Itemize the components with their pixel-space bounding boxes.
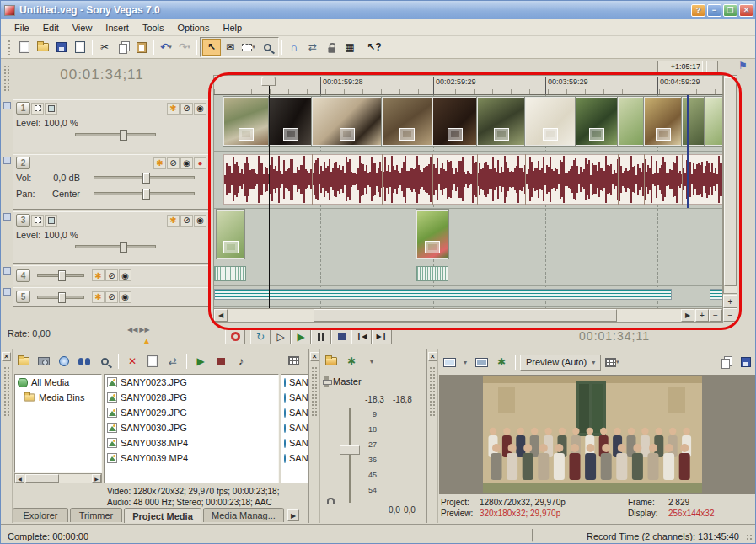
bus-envelope-strip[interactable] xyxy=(214,289,672,300)
media-side-list[interactable]: SAN SAN SAN SAN SAN SAN xyxy=(281,374,308,483)
resize-grip[interactable] xyxy=(746,534,753,541)
pan-crop-icon[interactable] xyxy=(494,128,509,141)
zoom-in-time-button[interactable]: + xyxy=(695,309,709,322)
pane-close-button[interactable]: ✕ xyxy=(428,352,437,361)
playhead-line[interactable] xyxy=(269,95,270,308)
track3-header[interactable]: 3 ✱ ⊘ ◉ Level: 100,0 % xyxy=(13,211,210,264)
tree-item-media-bins[interactable]: Media Bins xyxy=(15,390,101,405)
zoom-out-track-height-button[interactable]: − xyxy=(723,308,737,322)
maximize-button[interactable]: ❐ xyxy=(723,4,737,17)
menu-tools[interactable]: Tools xyxy=(136,21,171,35)
menu-edit[interactable]: Edit xyxy=(36,21,66,35)
lock-envelopes-button[interactable] xyxy=(322,39,340,56)
timeline-tracks-area[interactable] xyxy=(213,95,723,308)
import-media-button[interactable] xyxy=(14,353,33,370)
close-button[interactable]: ✕ xyxy=(739,4,753,17)
new-project-button[interactable] xyxy=(15,39,34,56)
media-file-list[interactable]: SANY0023.JPG SANY0028.JPG SANY0029.JPG S… xyxy=(104,374,279,483)
track2-vol-slider[interactable] xyxy=(94,176,195,179)
track5-level-thumb[interactable] xyxy=(58,292,66,303)
track3-level-slider[interactable] xyxy=(75,245,156,248)
list-item[interactable]: SAN xyxy=(281,390,308,405)
video-event[interactable] xyxy=(432,97,477,146)
tree-scroll-right-button[interactable]: ▶ xyxy=(92,474,101,483)
tab-explorer[interactable]: Explorer xyxy=(13,508,68,522)
play-button[interactable]: ▶ xyxy=(291,328,311,344)
title-bar[interactable]: Untitled.veg - Sony Vegas 7.0 ? − ❐ ✕ xyxy=(1,1,756,19)
get-media-from-web-button[interactable] xyxy=(55,353,73,370)
list-item[interactable]: SAN xyxy=(281,451,308,466)
media-bins-tree[interactable]: All Media Media Bins xyxy=(14,374,102,473)
time-ruler[interactable]: 00:01:59:28 00:02:59:29 00:03:59:29 00:0… xyxy=(213,75,723,95)
pan-crop-icon[interactable] xyxy=(543,128,558,141)
track2-pan-slider[interactable] xyxy=(94,192,195,195)
loop-playback-button[interactable]: ↻ xyxy=(250,328,271,344)
project-properties-button[interactable] xyxy=(440,354,458,371)
preview-quality-dropdown[interactable]: Preview (Auto) ▾ xyxy=(520,355,601,371)
preview-device-dropdown[interactable]: ▾ xyxy=(460,354,470,371)
video-event[interactable] xyxy=(217,210,244,259)
list-item[interactable]: SAN xyxy=(281,435,308,451)
record-button[interactable] xyxy=(225,328,245,344)
track1-fx-button[interactable]: ✱ xyxy=(167,103,180,115)
hscroll-thumb[interactable] xyxy=(314,309,617,322)
pan-crop-icon[interactable] xyxy=(399,128,415,141)
rate-fwd-icon[interactable]: ▶▶ xyxy=(139,326,149,333)
pan-crop-icon[interactable] xyxy=(425,241,440,253)
menu-file[interactable]: File xyxy=(8,21,36,35)
track3-bypass-motion-blur-button[interactable] xyxy=(31,215,44,227)
track1-mute-button[interactable]: ⊘ xyxy=(180,103,193,115)
track5-fx-button[interactable]: ✱ xyxy=(92,291,105,303)
menu-insert[interactable]: Insert xyxy=(99,21,136,35)
track2-mute-button[interactable]: ⊘ xyxy=(167,157,180,169)
track2-vol-thumb[interactable] xyxy=(142,173,150,184)
track4-level-thumb[interactable] xyxy=(58,270,66,281)
minimize-button[interactable]: − xyxy=(707,4,721,17)
redo-button[interactable]: ↷▾ xyxy=(175,39,194,56)
tree-scroll-thumb[interactable] xyxy=(25,474,59,483)
video-event[interactable] xyxy=(382,97,432,146)
play-from-start-button[interactable]: ▷ xyxy=(271,328,291,344)
track2-header[interactable]: 2 ✱ ⊘ ◉ ● Vol: 0,0 dB Pan: Center xyxy=(13,154,210,210)
master-fader[interactable] xyxy=(341,408,358,503)
track4-level-slider[interactable] xyxy=(37,274,84,277)
insert-bus-button[interactable] xyxy=(322,353,340,370)
stop-button[interactable] xyxy=(331,328,351,344)
pane-grip[interactable] xyxy=(311,366,318,417)
list-item[interactable]: SAN xyxy=(281,375,308,390)
tree-hscrollbar[interactable]: ◀ ▶ xyxy=(14,473,102,483)
menu-view[interactable]: View xyxy=(66,21,99,35)
track5-level-slider[interactable] xyxy=(37,296,84,299)
media-manager-button[interactable] xyxy=(95,353,114,370)
track3-level-thumb[interactable] xyxy=(120,242,127,253)
audio-event-mini[interactable] xyxy=(214,266,246,281)
video-event[interactable] xyxy=(223,97,269,146)
paste-button[interactable] xyxy=(132,39,151,56)
auto-ripple-button[interactable]: ⇄ xyxy=(303,39,322,56)
track2-arm-record-button[interactable]: ● xyxy=(194,157,206,169)
recapture-button[interactable]: ⇄ xyxy=(164,353,182,370)
tree-scroll-left-button[interactable]: ◀ xyxy=(15,474,24,483)
video-event[interactable] xyxy=(416,210,448,259)
bus-envelope-strip[interactable] xyxy=(710,289,723,300)
go-to-end-button[interactable]: ▶❙ xyxy=(372,328,392,344)
pan-crop-icon[interactable] xyxy=(656,128,671,141)
pause-button[interactable] xyxy=(311,328,331,344)
tab-media-manager[interactable]: Media Manag... xyxy=(203,508,284,522)
vscroll-thumb[interactable] xyxy=(724,77,737,286)
hscroll-left-button[interactable]: ◀ xyxy=(214,309,228,322)
track2-pan-thumb[interactable] xyxy=(142,189,150,200)
video-event[interactable] xyxy=(682,97,705,146)
video-output-fx-button[interactable]: ✱ xyxy=(492,354,511,371)
master-fader-thumb[interactable] xyxy=(340,445,360,455)
envelope-edit-tool-button[interactable]: ✉ xyxy=(221,39,239,56)
video-event[interactable] xyxy=(705,97,723,146)
timeline-hscrollbar[interactable]: ◀ ▶ + − xyxy=(213,308,723,323)
marker-flag-icon[interactable]: ⚑ xyxy=(738,60,748,72)
menu-help[interactable]: Help xyxy=(216,21,249,35)
help-button[interactable]: ? xyxy=(691,4,705,17)
track4-header[interactable]: 4 ✱ ⊘ ◉ xyxy=(13,265,210,285)
copy-snapshot-button[interactable] xyxy=(716,354,735,371)
go-to-start-button[interactable]: ❙◀ xyxy=(351,328,372,344)
save-snapshot-button[interactable] xyxy=(737,354,755,371)
